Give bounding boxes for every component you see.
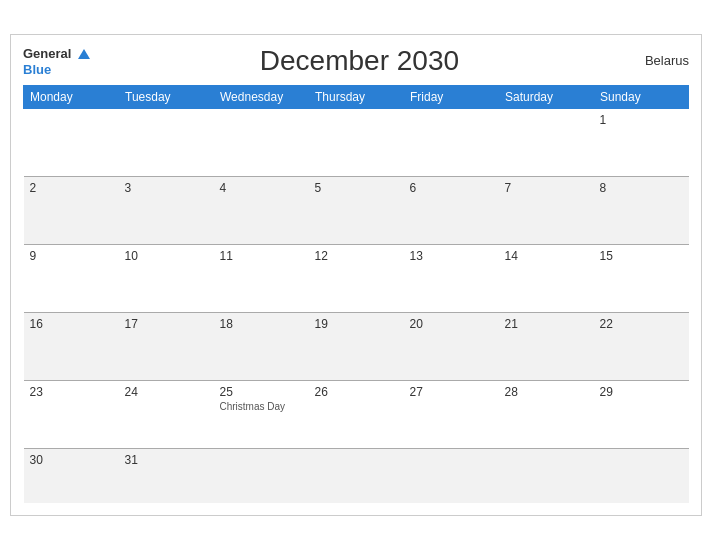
logo-general-text: General: [23, 46, 71, 61]
calendar-cell: 9: [24, 244, 119, 312]
weekday-header-friday: Friday: [404, 85, 499, 108]
day-number: 14: [505, 249, 588, 263]
calendar-country: Belarus: [629, 53, 689, 68]
day-number: 19: [315, 317, 398, 331]
day-number: 18: [220, 317, 303, 331]
calendar-cell: 3: [119, 176, 214, 244]
calendar-cell: [499, 108, 594, 176]
calendar-header: General Blue December 2030 Belarus: [23, 45, 689, 77]
calendar-cell: 17: [119, 312, 214, 380]
day-number: 23: [30, 385, 113, 399]
day-number: 3: [125, 181, 208, 195]
calendar-cell: [24, 108, 119, 176]
calendar-cell: 28: [499, 380, 594, 448]
calendar-cell: [594, 448, 689, 503]
day-number: 15: [600, 249, 683, 263]
week-row-4: 16171819202122: [24, 312, 689, 380]
calendar-cell: 13: [404, 244, 499, 312]
calendar-cell: 6: [404, 176, 499, 244]
calendar-cell: 8: [594, 176, 689, 244]
week-row-1: 1: [24, 108, 689, 176]
day-number: 2: [30, 181, 113, 195]
day-event: Christmas Day: [220, 401, 303, 412]
calendar-cell: 19: [309, 312, 404, 380]
logo-triangle-icon: [78, 49, 90, 59]
day-number: 28: [505, 385, 588, 399]
calendar-cell: 15: [594, 244, 689, 312]
calendar-cell: 22: [594, 312, 689, 380]
logo: General Blue: [23, 45, 90, 77]
weekday-header-tuesday: Tuesday: [119, 85, 214, 108]
day-number: 10: [125, 249, 208, 263]
logo-blue-text: Blue: [23, 62, 51, 77]
calendar-cell: [214, 448, 309, 503]
calendar-cell: 31: [119, 448, 214, 503]
week-row-5: 232425Christmas Day26272829: [24, 380, 689, 448]
day-number: 20: [410, 317, 493, 331]
calendar-cell: 27: [404, 380, 499, 448]
calendar-cell: 21: [499, 312, 594, 380]
day-number: 30: [30, 453, 113, 467]
day-number: 7: [505, 181, 588, 195]
day-number: 24: [125, 385, 208, 399]
weekday-header-thursday: Thursday: [309, 85, 404, 108]
day-number: 9: [30, 249, 113, 263]
calendar-cell: 26: [309, 380, 404, 448]
calendar-cell: 10: [119, 244, 214, 312]
calendar-cell: 24: [119, 380, 214, 448]
calendar-cell: [499, 448, 594, 503]
day-number: 25: [220, 385, 303, 399]
calendar-cell: [309, 448, 404, 503]
calendar-cell: 20: [404, 312, 499, 380]
day-number: 21: [505, 317, 588, 331]
calendar-cell: [309, 108, 404, 176]
calendar-cell: 4: [214, 176, 309, 244]
calendar-cell: 16: [24, 312, 119, 380]
calendar-cell: 12: [309, 244, 404, 312]
calendar-cell: 5: [309, 176, 404, 244]
day-number: 13: [410, 249, 493, 263]
day-number: 1: [600, 113, 683, 127]
day-number: 6: [410, 181, 493, 195]
weekday-header-row: MondayTuesdayWednesdayThursdayFridaySatu…: [24, 85, 689, 108]
calendar-cell: 23: [24, 380, 119, 448]
calendar-cell: 25Christmas Day: [214, 380, 309, 448]
calendar-cell: 14: [499, 244, 594, 312]
calendar-table: MondayTuesdayWednesdayThursdayFridaySatu…: [23, 85, 689, 504]
calendar-cell: [214, 108, 309, 176]
calendar-cell: 7: [499, 176, 594, 244]
calendar: General Blue December 2030 Belarus Monda…: [10, 34, 702, 517]
day-number: 31: [125, 453, 208, 467]
week-row-2: 2345678: [24, 176, 689, 244]
day-number: 8: [600, 181, 683, 195]
calendar-cell: 1: [594, 108, 689, 176]
calendar-cell: 18: [214, 312, 309, 380]
calendar-cell: 2: [24, 176, 119, 244]
day-number: 17: [125, 317, 208, 331]
day-number: 16: [30, 317, 113, 331]
day-number: 22: [600, 317, 683, 331]
calendar-title: December 2030: [90, 45, 629, 77]
weekday-header-wednesday: Wednesday: [214, 85, 309, 108]
day-number: 5: [315, 181, 398, 195]
week-row-3: 9101112131415: [24, 244, 689, 312]
calendar-cell: 30: [24, 448, 119, 503]
calendar-cell: 11: [214, 244, 309, 312]
day-number: 29: [600, 385, 683, 399]
day-number: 27: [410, 385, 493, 399]
logo-top: General: [23, 45, 90, 61]
weekday-header-monday: Monday: [24, 85, 119, 108]
weekday-header-saturday: Saturday: [499, 85, 594, 108]
day-number: 11: [220, 249, 303, 263]
weekday-header-sunday: Sunday: [594, 85, 689, 108]
calendar-cell: [404, 108, 499, 176]
calendar-cell: [119, 108, 214, 176]
calendar-cell: 29: [594, 380, 689, 448]
day-number: 26: [315, 385, 398, 399]
day-number: 12: [315, 249, 398, 263]
week-row-6: 3031: [24, 448, 689, 503]
day-number: 4: [220, 181, 303, 195]
calendar-cell: [404, 448, 499, 503]
